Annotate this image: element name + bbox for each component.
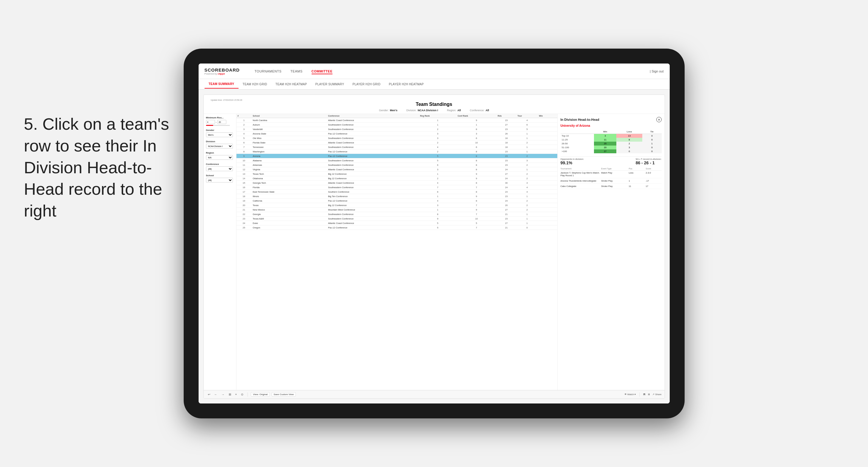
cell-win: [538, 194, 557, 198]
copy-button[interactable]: ⊞: [227, 392, 232, 397]
cell-num: 11: [237, 163, 252, 167]
table-row[interactable]: 5 Ole Miss Southeastern Conference 3 6 1…: [237, 136, 557, 141]
tournament-row: Arizona Thunderbirds Intercollegiate Str…: [561, 180, 662, 184]
cell-tour: 1: [516, 221, 538, 225]
table-row[interactable]: 11 Arkansas Southeastern Conference 6 8 …: [237, 163, 557, 167]
table-row[interactable]: 16 Florida Southeastern Conference 7 7 2…: [237, 185, 557, 190]
cell-num: 6: [237, 141, 252, 145]
gender-select[interactable]: Men's: [206, 132, 233, 137]
table-row[interactable]: 24 Duke Atlantic Coast Conference 5 5 27…: [237, 221, 557, 225]
tourn-type: Stroke Play: [601, 180, 627, 182]
school-select[interactable]: (All): [206, 178, 233, 183]
cell-conf-rank: 9: [457, 208, 496, 212]
cell-rds: 18: [496, 145, 516, 149]
max-rounds-input[interactable]: [217, 120, 226, 124]
table-row[interactable]: 14 Oklahoma Big 12 Conference 2 9 24 2: [237, 176, 557, 181]
rounds-slider[interactable]: [206, 125, 230, 126]
conference-select[interactable]: (All): [206, 166, 233, 171]
cell-reg-rank: 6: [419, 163, 457, 167]
tab-team-h2h-grid[interactable]: TEAM H2H GRID: [239, 80, 271, 88]
export-button[interactable]: ⬒: [643, 393, 646, 396]
table-row[interactable]: 13 Texas Tech Big 12 Conference 1 9 27 2: [237, 172, 557, 176]
table-row[interactable]: 4 Arizona State Pac-12 Conference 3 3 26…: [237, 131, 557, 136]
table-row[interactable]: 8 Washington Pac-12 Conference 2 8 23 1: [237, 149, 557, 154]
table-row[interactable]: 25 Oregon Pac-12 Conference 5 7 21 0: [237, 225, 557, 230]
cell-win: [538, 127, 557, 131]
cell-win: [538, 141, 557, 145]
table-row[interactable]: 7 Tennessee Southeastern Conference 4 6 …: [237, 145, 557, 149]
view-original-button[interactable]: View: Original: [251, 392, 270, 397]
tab-player-h2h-heatmap[interactable]: PLAYER H2H HEATMAP: [385, 80, 428, 88]
division-select[interactable]: NCAA Division I: [206, 144, 233, 149]
table-row[interactable]: 19 California Pac-12 Conference 4 8 24 2: [237, 198, 557, 203]
cell-conf-rank: 9: [457, 176, 496, 181]
table-header-row: # School Conference Reg Rank Conf Rank R…: [237, 114, 557, 118]
save-custom-view-button[interactable]: Save Custom View: [272, 392, 296, 397]
back-button[interactable]: ←: [213, 392, 219, 397]
tab-player-summary[interactable]: PLAYER SUMMARY: [311, 80, 348, 88]
h2h-close-button[interactable]: ✕: [656, 117, 662, 122]
table-row[interactable]: 18 Illinois Big Ten Conference 1 9 23 1: [237, 194, 557, 198]
table-row[interactable]: 2 Auburn Southeastern Conference 1 1 27 …: [237, 123, 557, 127]
cell-conf-rank: 3: [457, 131, 496, 136]
tab-player-h2h-grid[interactable]: PLAYER H2H GRID: [348, 80, 385, 88]
cell-conf-rank: 9: [457, 118, 496, 123]
filter-group-min-rounds: Minimum Rou... -: [206, 116, 234, 126]
table-row[interactable]: 9 Arizona Pac-12 Conference 5 8 23 2: [237, 154, 557, 158]
cell-reg-rank: 4: [419, 145, 457, 149]
cell-school: Texas Tech: [252, 172, 327, 176]
card-title: Team Standings: [209, 102, 660, 107]
h2h-row: Top 10 3 13 0: [561, 134, 662, 138]
toolbar-sep-1: [247, 393, 248, 397]
table-row[interactable]: 22 Georgia Southeastern Conference 8 7 2…: [237, 212, 557, 217]
tourn-name: Jackson T. Stephens Cup Men's Match-Play…: [561, 172, 600, 177]
table-row[interactable]: 3 Vanderbilt Southeastern Conference 2 8…: [237, 127, 557, 131]
cell-rds: 24: [496, 167, 516, 172]
cell-conf-rank: 8: [457, 181, 496, 185]
table-row[interactable]: 12 Virginia Atlantic Coast Conference 3 …: [237, 167, 557, 172]
region-select[interactable]: N/A: [206, 155, 233, 160]
table-row[interactable]: 21 New Mexico Mountain West Conference 1…: [237, 208, 557, 212]
cell-school: Washington: [252, 149, 327, 154]
cell-conference: Mountain West Conference: [327, 208, 419, 212]
cell-conf-rank: 8: [457, 149, 496, 154]
outer-background: 5. Click on a team's row to see their In…: [0, 0, 868, 467]
cell-conference: Southeastern Conference: [327, 136, 419, 141]
nav-teams[interactable]: TEAMS: [290, 68, 302, 74]
share-button[interactable]: ↗ Share: [652, 393, 661, 396]
table-row[interactable]: 10 Alabama Southeastern Conference 5 8 2…: [237, 158, 557, 163]
sign-out-link[interactable]: | Sign out: [650, 69, 663, 73]
table-row[interactable]: 1 North Carolina Atlantic Coast Conferen…: [237, 118, 557, 123]
cell-conference: Southeastern Conference: [327, 123, 419, 127]
cell-tour: 1: [516, 149, 538, 154]
nav-tournaments[interactable]: TOURNAMENTS: [255, 68, 281, 74]
h2h-loss: 8: [616, 138, 643, 142]
tab-team-h2h-heatmap[interactable]: TEAM H2H HEATMAP: [271, 80, 311, 88]
cell-num: 7: [237, 145, 252, 149]
cell-reg-rank: 2: [419, 149, 457, 154]
clock-button[interactable]: ⊙: [240, 392, 245, 397]
filter-group-school: School (All): [206, 174, 234, 183]
tab-team-summary[interactable]: TEAM SUMMARY: [205, 80, 239, 89]
table-row[interactable]: 20 Texas Big 12 Conference 3 7 20 2: [237, 203, 557, 208]
table-row[interactable]: 6 Florida State Atlantic Coast Conferenc…: [237, 141, 557, 145]
forward-button[interactable]: →: [220, 392, 226, 397]
cell-school: Tennessee: [252, 145, 327, 149]
nav-committee[interactable]: COMMITTEE: [312, 68, 333, 74]
watch-button[interactable]: 👁 Watch ▾: [624, 393, 636, 396]
add-button[interactable]: +: [234, 392, 238, 397]
cell-rds: 27: [496, 221, 516, 225]
table-row[interactable]: 17 East Tennessee State Southern Confere…: [237, 190, 557, 194]
h2h-loss: 0: [616, 149, 643, 153]
cell-rds: 21: [496, 225, 516, 230]
cell-win: [538, 118, 557, 123]
settings-button[interactable]: ⊞: [648, 393, 650, 396]
annotation-text: 5. Click on a team's row to see their In…: [24, 113, 179, 222]
cell-rds: 26: [496, 131, 516, 136]
undo-button[interactable]: ↩: [207, 392, 211, 397]
toolbar-sep-2: [639, 393, 640, 397]
table-row[interactable]: 15 Georgia Tech Atlantic Coast Conferenc…: [237, 181, 557, 185]
table-row[interactable]: 23 Texas A&M Southeastern Conference 9 1…: [237, 217, 557, 221]
cell-tour: 2: [516, 172, 538, 176]
min-rounds-input[interactable]: [206, 120, 215, 124]
